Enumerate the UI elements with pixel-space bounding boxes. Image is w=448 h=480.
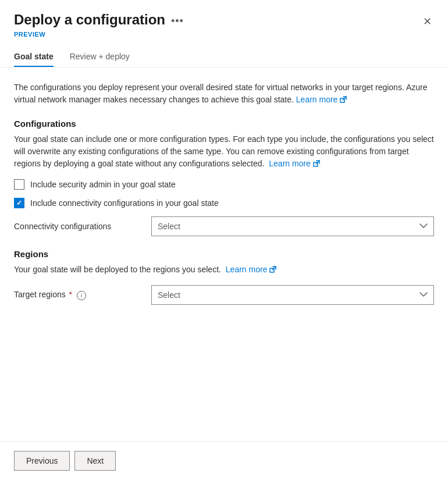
security-admin-checkbox-row: Include security admin in your goal stat… — [14, 179, 434, 190]
configurations-section-title: Configurations — [14, 119, 434, 129]
connectivity-field-row: Connectivity configurations Select — [14, 216, 434, 236]
connectivity-checkbox-row: ✓ Include connectivity configurations in… — [14, 198, 434, 208]
configurations-description: Your goal state can include one or more … — [14, 133, 434, 170]
configurations-learn-more-link[interactable]: Learn more — [269, 158, 320, 170]
external-link-icon — [340, 96, 347, 103]
tab-bar: Goal state Review + deploy — [0, 47, 448, 67]
panel-footer: Previous Next — [0, 441, 448, 480]
connectivity-dropdown-arrow — [419, 223, 428, 229]
target-regions-field-row: Target regions * i Select — [14, 285, 434, 305]
previous-button[interactable]: Previous — [14, 451, 70, 471]
security-admin-label: Include security admin in your goal stat… — [30, 180, 176, 189]
regions-external-link-icon — [269, 266, 276, 273]
intro-learn-more-link[interactable]: Learn more — [296, 94, 347, 106]
target-regions-dropdown[interactable]: Select — [151, 285, 434, 305]
target-regions-dropdown-text: Select — [158, 290, 180, 300]
panel-content: The configurations you deploy represent … — [0, 67, 448, 441]
connectivity-dropdown-text: Select — [158, 222, 180, 231]
panel-header: Deploy a configuration ••• PREVIEW ✕ — [0, 0, 448, 38]
tab-review-deploy[interactable]: Review + deploy — [70, 47, 130, 67]
deploy-configuration-panel: Deploy a configuration ••• PREVIEW ✕ Goa… — [0, 0, 448, 480]
tab-goal-state[interactable]: Goal state — [14, 47, 54, 67]
regions-section-title: Regions — [14, 249, 434, 259]
connectivity-label: Include connectivity configurations in y… — [30, 198, 219, 208]
header-left: Deploy a configuration ••• PREVIEW — [14, 12, 184, 38]
configurations-external-link-icon — [313, 160, 320, 167]
connectivity-dropdown[interactable]: Select — [151, 216, 434, 236]
required-marker: * — [67, 290, 72, 299]
target-regions-dropdown-arrow — [419, 291, 428, 298]
connectivity-checkbox[interactable]: ✓ — [14, 198, 24, 208]
regions-learn-more-link[interactable]: Learn more — [226, 264, 277, 276]
target-regions-label: Target regions * i — [14, 290, 142, 300]
close-icon: ✕ — [423, 16, 432, 27]
title-row: Deploy a configuration ••• — [14, 12, 184, 29]
checkmark-icon: ✓ — [16, 200, 22, 207]
info-icon[interactable]: i — [77, 291, 86, 300]
close-button[interactable]: ✕ — [421, 14, 434, 29]
next-button[interactable]: Next — [74, 451, 116, 471]
more-icon[interactable]: ••• — [171, 15, 184, 27]
connectivity-field-label: Connectivity configurations — [14, 222, 142, 231]
intro-text: The configurations you deploy represent … — [14, 81, 434, 106]
preview-badge: PREVIEW — [14, 31, 184, 38]
page-title: Deploy a configuration — [14, 12, 165, 29]
security-admin-checkbox[interactable] — [14, 179, 24, 190]
regions-description: Your goal state will be deployed to the … — [14, 264, 434, 276]
